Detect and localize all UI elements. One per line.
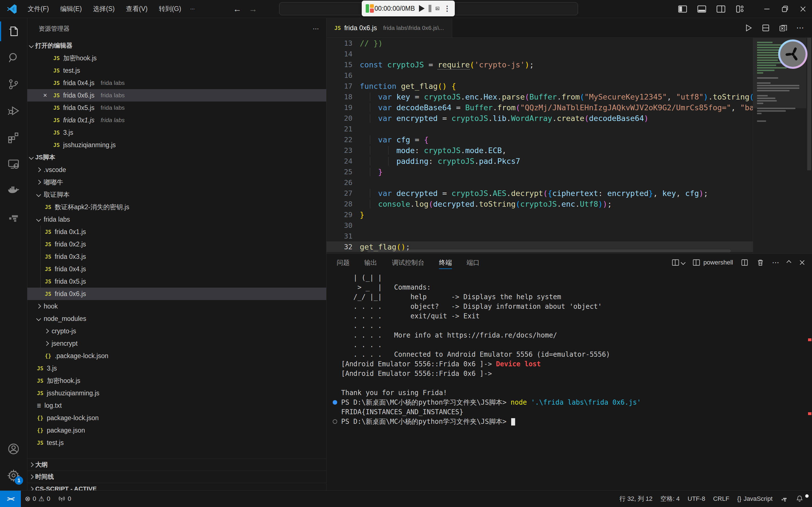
tree-file-frida 0x1.js[interactable]: JSfrida 0x1.js <box>27 226 326 238</box>
tree-file-log.txt[interactable]: ≡log.txt <box>27 399 326 412</box>
tree-file-package-lock.json[interactable]: {}package-lock.json <box>27 412 326 424</box>
toggle-secondary-sidebar-icon[interactable] <box>716 4 726 14</box>
account-icon[interactable] <box>0 436 27 462</box>
command-decoration-gray[interactable] <box>333 419 337 424</box>
close-icon[interactable]: × <box>40 91 50 99</box>
split-terminal-icon[interactable] <box>740 258 749 267</box>
open-editor-item[interactable]: JSfrida 0x4.jsfrida labs <box>27 77 326 89</box>
open-editor-item[interactable]: JStest.js <box>27 64 326 77</box>
code-line-16[interactable]: 16 <box>327 70 753 81</box>
code-line-24[interactable]: 24 padding: cryptoJS.pad.Pkcs7 <box>327 156 753 166</box>
terminal[interactable]: | (_| | > _ | Commands: /_/ |_| help -> … <box>327 271 812 490</box>
maximize-panel-icon[interactable] <box>787 260 792 265</box>
toggle-sidebar-icon[interactable] <box>678 4 687 14</box>
panel-tab-终端[interactable]: 终端 <box>439 254 452 271</box>
sidebar-section-2[interactable]: CS-SCRIPT - ACTIVE <box>27 483 326 490</box>
kill-terminal-icon[interactable] <box>756 258 765 267</box>
restore-icon[interactable] <box>776 0 794 18</box>
minimize-icon[interactable] <box>758 0 776 18</box>
customize-layout-icon[interactable] <box>735 4 745 14</box>
ports-indicator[interactable]: 0 <box>54 491 75 507</box>
cursor-position[interactable]: 行 32, 列 12 <box>616 495 656 503</box>
panel-tab-端口[interactable]: 端口 <box>467 254 479 271</box>
source-control-icon[interactable] <box>0 71 27 98</box>
open-editor-item[interactable]: JS加密hook.js <box>27 52 326 64</box>
code-line-19[interactable]: 19 var decodeBase64 = Buffer.from("QQzMj… <box>327 102 753 113</box>
code-line-26[interactable]: 26 <box>327 177 753 188</box>
menu-more-button[interactable]: ⋯ <box>186 4 199 13</box>
panel-tab-调试控制台[interactable]: 调试控制台 <box>392 254 424 271</box>
screenshot-icon[interactable] <box>435 4 440 13</box>
more-actions-icon[interactable]: ⋯ <box>772 258 780 267</box>
indentation[interactable]: 空格: 4 <box>656 495 684 503</box>
problems-indicator[interactable]: ⊗ 0 ⚠ 0 <box>21 491 54 507</box>
code-line-28[interactable]: 28 console.log(decrypted.toString(crypto… <box>327 199 753 209</box>
search-icon[interactable] <box>0 45 27 71</box>
kebab-menu-icon[interactable]: ⋮ <box>444 4 451 13</box>
encoding[interactable]: UTF-8 <box>684 495 709 503</box>
notifications-bell[interactable] <box>792 495 808 503</box>
more-actions-icon[interactable]: ⋯ <box>796 23 805 33</box>
code-line-21[interactable]: 21 <box>327 123 753 134</box>
tree-folder-node_modules[interactable]: node_modules <box>27 313 326 325</box>
open-editor-item[interactable]: JSjsshuziqianming.js <box>27 139 326 151</box>
tree-folder-hook[interactable]: hook <box>27 300 326 313</box>
sidebar-section-0[interactable]: 大纲 <box>27 458 326 471</box>
stop-icon[interactable] <box>428 5 431 12</box>
cs-script-extension-icon[interactable] <box>0 204 27 230</box>
panel-tab-输出[interactable]: 输出 <box>364 254 377 271</box>
menu-item-0[interactable]: 文件(F) <box>22 3 54 15</box>
extensions-icon[interactable] <box>0 124 27 151</box>
play-icon[interactable] <box>419 5 425 12</box>
tree-folder-.vscode[interactable]: .vscode <box>27 164 326 176</box>
tree-file-frida 0x2.js[interactable]: JSfrida 0x2.js <box>27 238 326 250</box>
toggle-panel-icon[interactable] <box>697 4 706 14</box>
tree-file-package.json[interactable]: {}package.json <box>27 424 326 437</box>
code-line-22[interactable]: 22 var cfg = { <box>327 134 753 145</box>
tree-file-frida 0x6.js[interactable]: JSfrida 0x6.js <box>27 288 326 300</box>
code-line-25[interactable]: 25 } <box>327 166 753 177</box>
code-editor[interactable]: 13// })1415const cryptoJS = require('cry… <box>327 38 812 253</box>
horizontal-scrollbar[interactable] <box>367 249 731 252</box>
code-line-17[interactable]: 17function get_flag() { <box>327 81 753 91</box>
eol-sequence[interactable]: CRLF <box>709 495 733 503</box>
tree-file-frida 0x5.js[interactable]: JSfrida 0x5.js <box>27 275 326 288</box>
tree-folder-取证脚本[interactable]: 取证脚本 <box>27 188 326 201</box>
tree-folder-frida labs[interactable]: frida labs <box>27 213 326 226</box>
code-line-27[interactable]: 27 var decrypted = cryptoJS.AES.decrypt(… <box>327 188 753 199</box>
split-editor-icon[interactable] <box>761 23 770 33</box>
open-editors-header[interactable]: 打开的编辑器 <box>27 40 326 52</box>
tree-folder-crypto-js[interactable]: crypto-js <box>27 325 326 337</box>
tree-file-.package-lock.json[interactable]: {}.package-lock.json <box>27 350 326 362</box>
docker-icon[interactable] <box>0 177 27 204</box>
explorer-more-actions-icon[interactable]: ⋯ <box>313 25 320 33</box>
code-line-14[interactable]: 14 <box>327 49 753 59</box>
menu-item-3[interactable]: 查看(V) <box>121 3 153 15</box>
code-line-13[interactable]: 13// }) <box>327 38 753 49</box>
tab-frida-0x6[interactable]: JS frida 0x6.js frida labs\frida 0x6.js\… <box>327 18 452 38</box>
menu-item-4[interactable]: 转到(G) <box>154 3 186 15</box>
close-panel-icon[interactable] <box>798 258 806 267</box>
close-icon[interactable] <box>794 0 812 18</box>
menu-item-1[interactable]: 编辑(E) <box>55 3 87 15</box>
nav-forward-button[interactable]: → <box>249 4 257 14</box>
close-all-icon[interactable] <box>779 23 788 33</box>
tree-file-3.js[interactable]: JS3.js <box>27 362 326 375</box>
command-decoration-blue[interactable] <box>333 400 337 405</box>
settings-gear-icon[interactable]: 1 <box>0 462 27 489</box>
tree-file-加密hook.js[interactable]: JS加密hook.js <box>27 375 326 387</box>
tree-file-frida 0x4.js[interactable]: JSfrida 0x4.js <box>27 263 326 275</box>
code-line-18[interactable]: 18 var key = cryptoJS.enc.Hex.parse(Buff… <box>327 91 753 102</box>
tree-folder-jsencrypt[interactable]: jsencrypt <box>27 337 326 350</box>
tree-folder-嘟嘟牛[interactable]: 嘟嘟牛 <box>27 176 326 188</box>
code-line-31[interactable]: 31 <box>327 231 753 241</box>
menu-item-2[interactable]: 选择(S) <box>88 3 120 15</box>
explorer-icon[interactable] <box>0 18 27 45</box>
code-line-30[interactable]: 30 <box>327 220 753 231</box>
cs-script-status-icon[interactable] <box>776 495 792 503</box>
minimap[interactable] <box>753 38 806 253</box>
sidebar-section-1[interactable]: 时间线 <box>27 471 326 483</box>
language-mode[interactable]: {} JavaScript <box>733 495 776 503</box>
open-editor-item[interactable]: JSfrida 0x5.jsfrida labs <box>27 102 326 114</box>
terminal-instance-item[interactable]: powershell <box>692 258 733 267</box>
